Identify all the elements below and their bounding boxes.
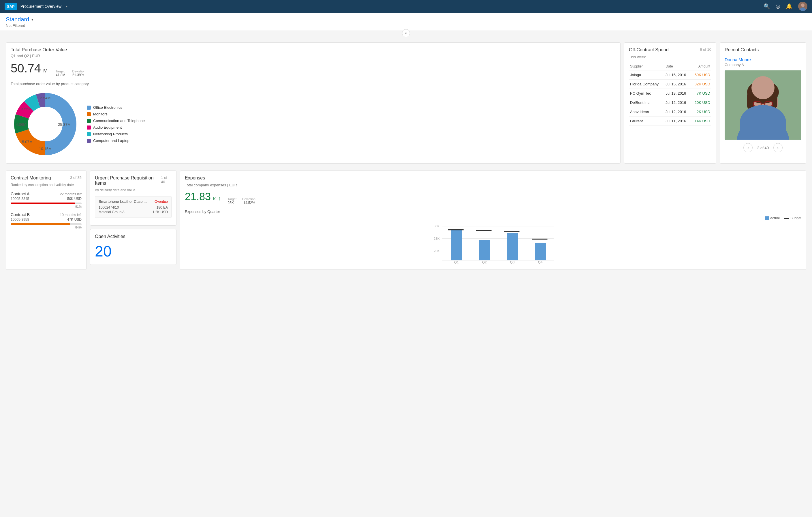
svg-rect-18 bbox=[759, 108, 767, 116]
date-florida: Jul 15, 2016 bbox=[664, 80, 691, 89]
date-anav: Jul 12, 2016 bbox=[664, 107, 691, 116]
contract-item-b: Contract B 19 months left 10005-3958 47K… bbox=[11, 212, 82, 229]
bar-q4 bbox=[535, 243, 546, 260]
collapse-button[interactable]: ▾ bbox=[402, 29, 410, 37]
kpi-value: 50.74 bbox=[11, 61, 41, 75]
urgent-item-name: Smartphone Leather Case ... bbox=[98, 199, 147, 204]
legend-budget-label: Budget bbox=[790, 216, 801, 220]
open-activities-value: 20 bbox=[95, 243, 112, 260]
expenses-trend-icon: ↑ bbox=[218, 196, 221, 202]
off-contract-count: 6 of 10 bbox=[700, 47, 712, 52]
date-jologa: Jul 15, 2016 bbox=[664, 71, 691, 80]
user-avatar[interactable] bbox=[798, 2, 807, 11]
legend-color-office bbox=[87, 106, 91, 110]
contract-b-progress-fill bbox=[11, 223, 70, 225]
expenses-unit: K bbox=[213, 196, 216, 201]
svg-text:2.54M: 2.54M bbox=[40, 96, 51, 100]
amount-laurent: 14K USD bbox=[691, 116, 712, 126]
open-activities-header: Open Activities bbox=[95, 234, 172, 240]
filter-row: Standard ▾ bbox=[6, 16, 806, 23]
urgent-item-value: 1.2K USD bbox=[152, 210, 168, 214]
contract-b-time: 19 months left bbox=[60, 213, 82, 217]
deviation-label: Deviation bbox=[72, 70, 85, 73]
donut-legend: Office Electronics Monitors Communicatio… bbox=[87, 105, 145, 143]
legend-item-office-electronics: Office Electronics bbox=[87, 105, 145, 110]
legend-budget-icon bbox=[784, 218, 789, 219]
kpi-meta: Target 41.8M Deviation 21.39% bbox=[56, 70, 85, 77]
recent-contacts-title: Recent Contacts bbox=[725, 47, 801, 53]
deviation-value: 21.39% bbox=[72, 73, 85, 77]
supplier-pcgym: PC Gym Tec bbox=[629, 89, 664, 98]
supplier-delbont: DelBont Inc. bbox=[629, 98, 664, 107]
off-contract-period: This week bbox=[629, 55, 712, 59]
kpi-card-title: Total Purchase Order Value bbox=[11, 47, 616, 53]
supplier-jologa: Jologa bbox=[629, 71, 664, 80]
settings-icon[interactable]: ◎ bbox=[776, 3, 780, 9]
spend-table: Supplier Date Amount Jologa Jul 15, 2016… bbox=[629, 63, 712, 126]
supplier-anav: Anav Ideon bbox=[629, 107, 664, 116]
urgent-title: Urgent Purchase Requisition Items bbox=[95, 175, 161, 186]
col-amount: Amount bbox=[691, 63, 712, 71]
contract-a-progress-bg bbox=[11, 202, 82, 204]
table-row: Anav Ideon Jul 12, 2016 2K USD bbox=[629, 107, 712, 116]
contract-b-name: Contract B bbox=[11, 212, 30, 217]
legend-color-computer bbox=[87, 139, 91, 143]
amount-florida: 32K USD bbox=[691, 80, 712, 89]
legend-actual: Actual bbox=[765, 216, 780, 220]
next-contact-button[interactable]: › bbox=[773, 143, 783, 152]
expenses-bar-chart: 30K 25K 20K Q1 Q2 Q3 bbox=[185, 224, 801, 264]
contract-a-header: Contract A 22 months left bbox=[11, 192, 82, 196]
recent-contacts-card: Recent Contacts Donna Moore Company A bbox=[720, 43, 806, 164]
svg-point-9 bbox=[28, 107, 63, 141]
svg-text:Q4: Q4 bbox=[538, 260, 543, 264]
filter-chevron-icon[interactable]: ▾ bbox=[31, 18, 33, 22]
search-icon[interactable]: 🔍 bbox=[763, 3, 770, 9]
overdue-badge: Overdue bbox=[154, 200, 168, 204]
expenses-subtitle: Total company expenses | EUR bbox=[185, 183, 801, 187]
date-pcgym: Jul 13, 2016 bbox=[664, 89, 691, 98]
urgent-item-group: Material Group A bbox=[98, 210, 124, 214]
filter-label[interactable]: Standard bbox=[6, 16, 29, 23]
legend-label-computer: Computer and Laptop bbox=[93, 138, 129, 143]
page-header: Standard ▾ Not Filtered bbox=[0, 13, 812, 31]
nav-chevron-icon[interactable]: ▾ bbox=[66, 5, 67, 8]
contract-a-id: 10005-3345 bbox=[11, 197, 29, 201]
urgent-subtitle: By delivery date and value bbox=[95, 188, 172, 192]
expenses-chart-title: Expenses by Quarter bbox=[185, 210, 801, 214]
table-row: Jologa Jul 15, 2016 59K USD bbox=[629, 71, 712, 80]
svg-text:30K: 30K bbox=[434, 224, 440, 228]
legend-label-office: Office Electronics bbox=[93, 105, 122, 110]
sap-logo: SAP bbox=[5, 3, 17, 10]
middle-column: Urgent Purchase Requisition Items 1 of 4… bbox=[90, 170, 176, 270]
expenses-meta: Target 25K Deviation -14.52% bbox=[228, 197, 255, 205]
expenses-header-row: Expenses bbox=[185, 175, 801, 182]
legend-color-networking bbox=[87, 132, 91, 136]
exp-target-value: 25K bbox=[228, 201, 236, 205]
amount-delbont: 20K USD bbox=[691, 98, 712, 107]
notifications-icon[interactable]: 🔔 bbox=[786, 3, 792, 9]
expenses-kpi-row: 21.83 K ↑ Target 25K Deviation -14.52% bbox=[185, 191, 801, 205]
contact-name[interactable]: Donna Moore bbox=[725, 57, 801, 62]
legend-color-audio bbox=[87, 126, 91, 130]
off-contract-title: Off-Contract Spend bbox=[629, 47, 669, 53]
bar-chart-legend: Actual Budget bbox=[185, 216, 801, 220]
prev-contact-button[interactable]: ‹ bbox=[743, 143, 753, 152]
kpi-card-subtitle: Q1 and Q2 | EUR bbox=[11, 54, 616, 58]
contract-a-pct: 91% bbox=[11, 205, 82, 208]
amount-anav: 2K USD bbox=[691, 107, 712, 116]
expenses-title: Expenses bbox=[185, 175, 205, 181]
contract-a-details: 10005-3345 50K USD bbox=[11, 197, 82, 201]
legend-item-networking: Networking Products bbox=[87, 132, 145, 136]
svg-text:Q2: Q2 bbox=[482, 260, 487, 264]
nav-title: Procurement Overview bbox=[21, 4, 61, 9]
nav-left: SAP Procurement Overview ▾ bbox=[5, 3, 67, 10]
urgent-header-row: Urgent Purchase Requisition Items 1 of 4… bbox=[95, 175, 172, 187]
svg-text:25K: 25K bbox=[434, 237, 440, 241]
expenses-card: Expenses Total company expenses | EUR 21… bbox=[180, 170, 806, 270]
contract-a-amount: 50K USD bbox=[67, 197, 82, 201]
contract-header-row: Contract Monitoring 3 of 35 bbox=[11, 175, 82, 182]
urgent-item-id: 10002474/10 bbox=[98, 206, 119, 210]
exp-target-label: Target bbox=[228, 197, 236, 201]
svg-text:4.06M: 4.06M bbox=[16, 122, 27, 127]
main-content-grid: Total Purchase Order Value Q1 and Q2 | E… bbox=[0, 39, 812, 170]
